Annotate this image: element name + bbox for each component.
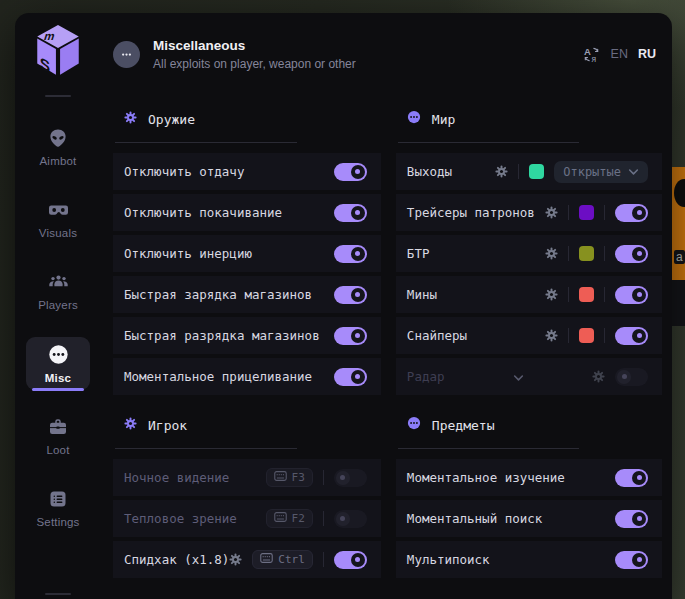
lang-en-button[interactable]: EN (611, 47, 628, 61)
toggle-switch[interactable] (334, 286, 367, 304)
color-swatch[interactable] (529, 164, 544, 179)
section-title: Предметы (432, 418, 495, 433)
sidebar-item-misc[interactable]: Misc (26, 337, 90, 390)
sidebar-item-label: Players (38, 299, 78, 311)
toggle-switch[interactable] (615, 245, 648, 263)
row-label: Отключить инерцию (124, 246, 334, 261)
toggle-dot (637, 557, 642, 562)
gear-icon[interactable] (592, 370, 605, 383)
row-mines: Мины (396, 276, 662, 313)
toggle-switch[interactable] (615, 510, 648, 528)
row-label: Трейсеры патронов (407, 205, 545, 220)
toggle-dot (340, 516, 345, 521)
toggle-knob (632, 288, 646, 302)
section-title: Мир (432, 112, 455, 127)
row-controls: F2 (266, 509, 367, 528)
ellipsis-circle-icon (48, 344, 69, 365)
toggle-knob (351, 329, 365, 343)
background-orange-banner: a (672, 167, 685, 280)
row-label: Быстрая зарядка магазинов (124, 287, 334, 302)
sidebar-item-label: Loot (46, 444, 69, 456)
row-label: Быстрая разрядка магазинов (124, 328, 334, 343)
sidebar-item-aimbot[interactable]: Aimbot (26, 121, 90, 173)
hotkey-label: F3 (292, 471, 305, 484)
toggle-switch[interactable] (334, 368, 367, 386)
toggle-switch[interactable] (334, 469, 367, 487)
color-swatch[interactable] (579, 287, 594, 302)
hotkey-badge: Ctrl (252, 550, 313, 569)
toggle-switch[interactable] (334, 510, 367, 528)
dropdown-value: Открытые (563, 165, 621, 179)
row-radar: Радар (396, 358, 662, 395)
gear-icon[interactable] (229, 553, 242, 566)
gear-icon[interactable] (545, 247, 558, 260)
sidebar-item-label: Settings (36, 516, 79, 528)
toggle-knob (632, 329, 646, 343)
row-instant-research: Моментальное изучение (396, 459, 662, 496)
row-night-vision: Ночное видениеF3 (113, 459, 381, 496)
row-controls (334, 368, 367, 386)
sidebar-item-loot[interactable]: Loot (26, 410, 90, 462)
sidebar-item-visuals[interactable]: Visuals (26, 193, 90, 245)
row-label: Радар (407, 369, 445, 384)
toggle-switch[interactable] (334, 204, 367, 222)
background-dark-patch (672, 280, 685, 326)
page-header: Miscellaneous All exploits on player, we… (101, 13, 672, 93)
separator (568, 328, 569, 343)
toggle-switch[interactable] (615, 368, 648, 386)
row-controls (545, 327, 648, 345)
color-swatch[interactable] (579, 205, 594, 220)
toggle-knob (351, 370, 365, 384)
hotkey-label: F2 (292, 512, 305, 525)
sidebar-divider-top (45, 95, 71, 97)
row-label: Ночное видение (124, 470, 266, 485)
toggle-switch[interactable] (334, 245, 367, 263)
gear-icon[interactable] (545, 288, 558, 301)
section-gear-icon (124, 110, 137, 128)
page-subtitle: All exploits on player, weapon or other (153, 57, 356, 71)
toggle-switch[interactable] (334, 327, 367, 345)
row-exits: ВыходыОткрытые (396, 153, 662, 190)
toggle-switch[interactable] (615, 286, 648, 304)
row-controls (545, 204, 648, 222)
section-items: ПредметыМоментальное изучениеМоментальны… (396, 399, 662, 578)
row-label: Снайперы (407, 328, 545, 343)
toggle-switch[interactable] (615, 204, 648, 222)
language-switcher: A я EN RU (582, 45, 656, 64)
toggle-dot (637, 475, 642, 480)
toggle-switch[interactable] (615, 469, 648, 487)
row-label: Тепловое зрение (124, 511, 266, 526)
row-disable-sway: Отключить покачивание (113, 194, 381, 231)
svg-text:S: S (40, 54, 50, 76)
gear-icon[interactable] (545, 329, 558, 342)
row-fast-magazine-unload: Быстрая разрядка магазинов (113, 317, 381, 354)
toggle-knob (351, 288, 365, 302)
dropdown-select[interactable]: Открытые (554, 161, 648, 183)
lang-ru-button[interactable]: RU (638, 47, 656, 61)
sidebar: m S G Aimbot Visuals (15, 13, 101, 599)
column-right: МирВыходыОткрытыеТрейсеры патроновБТРМин… (396, 93, 662, 582)
hotkey-badge: F2 (266, 509, 313, 528)
section-weapon: ОружиеОтключить отдачуОтключить покачива… (113, 93, 381, 395)
expand-chevron-icon[interactable] (513, 368, 524, 386)
gear-icon[interactable] (545, 206, 558, 219)
row-controls (615, 469, 648, 487)
sidebar-item-settings[interactable]: Settings (26, 482, 90, 534)
gear-icon[interactable] (495, 165, 508, 178)
toggle-switch[interactable] (334, 163, 367, 181)
row-btr: БТР (396, 235, 662, 272)
svg-text:A: A (583, 45, 590, 56)
translate-icon[interactable]: A я (582, 45, 601, 64)
color-swatch[interactable] (579, 328, 594, 343)
section-divider (115, 142, 297, 143)
row-label: Выходы (407, 164, 495, 179)
toggle-switch[interactable] (334, 551, 367, 569)
players-group-icon (48, 272, 69, 292)
sidebar-item-players[interactable]: Players (26, 265, 90, 317)
color-swatch[interactable] (579, 246, 594, 261)
row-controls (334, 327, 367, 345)
toggle-switch[interactable] (615, 551, 648, 569)
toggle-switch[interactable] (615, 327, 648, 345)
toggle-dot (622, 374, 627, 379)
toggle-knob (351, 165, 365, 179)
